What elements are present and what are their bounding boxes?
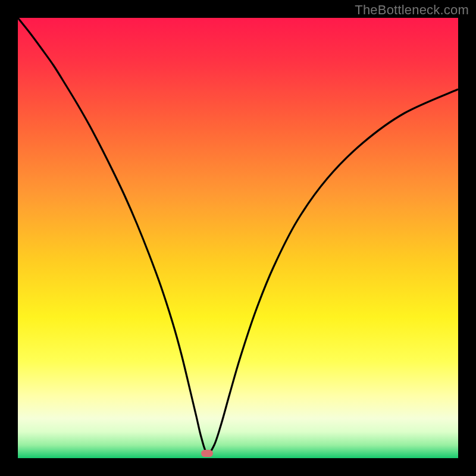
- curve-svg: [18, 18, 458, 458]
- optimum-marker: [201, 450, 213, 457]
- plot-area: [18, 18, 458, 458]
- watermark-text: TheBottleneck.com: [355, 2, 469, 18]
- bottleneck-curve: [18, 18, 458, 453]
